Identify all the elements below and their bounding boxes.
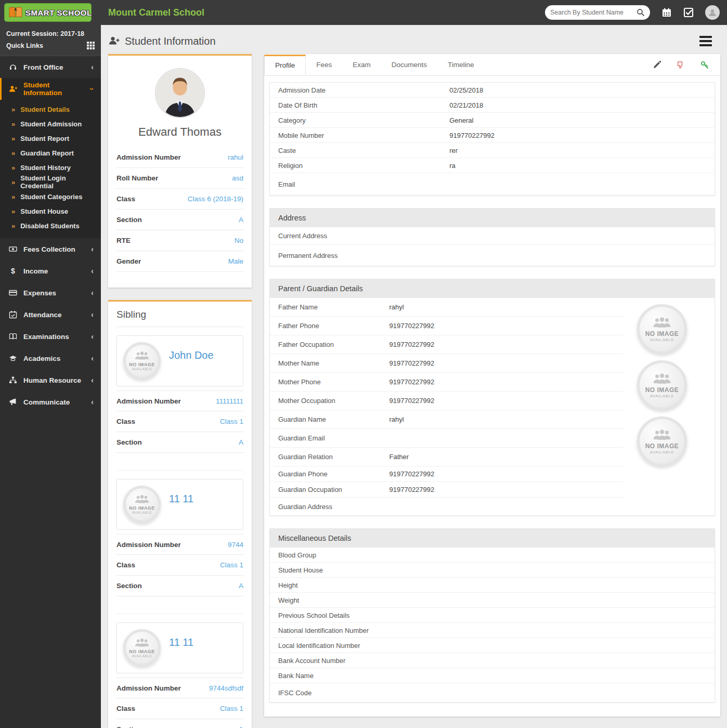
- hamburger-icon[interactable]: [699, 34, 712, 48]
- sidebar-item-student-house[interactable]: » Student House: [0, 204, 101, 218]
- sidebar-item-communicate[interactable]: Communicate ‹: [0, 391, 101, 413]
- field-label: Mother Name: [278, 359, 390, 367]
- sibling-card: Sibling NO IMAGE AVAILABLE John Doe: [108, 300, 252, 728]
- people-icon: [652, 317, 672, 329]
- field-label: Mother Phone: [278, 378, 390, 386]
- field-label: Blood Group: [278, 551, 449, 559]
- class-link[interactable]: Class 6 (2018-19): [188, 195, 243, 203]
- no-image-text: NO IMAGE: [129, 505, 155, 511]
- field-label: Mother Occupation: [278, 397, 390, 405]
- disable-thumbs-down-icon[interactable]: [677, 61, 685, 69]
- double-arrow-icon: »: [11, 135, 15, 142]
- double-arrow-icon: »: [11, 164, 15, 172]
- chevron-left-icon: ‹: [91, 310, 94, 319]
- edit-pencil-icon[interactable]: [653, 61, 661, 69]
- sidebar-item-student-admission[interactable]: » Student Admission: [0, 116, 101, 131]
- sibling-name-link[interactable]: 11 11: [169, 493, 193, 505]
- field-value: 919770227992: [390, 470, 435, 478]
- profile-field-row: Guardian Occupation 919770227992: [270, 482, 623, 498]
- no-image-badge: NO IMAGE AVAILABLE: [123, 486, 161, 523]
- sidebar-item-attendance[interactable]: Attendance ‹: [0, 304, 101, 326]
- sidebar-item-student-categories[interactable]: » Student Categories: [0, 189, 101, 204]
- profile-field-row: Email: [270, 173, 715, 195]
- no-image-badge: NO IMAGE AVAILABLE: [123, 342, 161, 380]
- sidebar-item-student-login-credential[interactable]: » Student Login Credential: [0, 175, 101, 189]
- field-value: 919770227992: [390, 359, 435, 367]
- class-link[interactable]: Class 1: [220, 418, 243, 425]
- class-link[interactable]: Class 1: [220, 705, 243, 712]
- field-label: Father Occupation: [278, 341, 390, 348]
- section-title: Address: [270, 209, 715, 227]
- sidebar-item-expenses[interactable]: Expenses ‹: [0, 282, 101, 304]
- field-value: A: [239, 438, 243, 446]
- field-label: Date Of Birth: [278, 101, 449, 109]
- sidebar-item-student-history[interactable]: » Student History: [0, 160, 101, 175]
- profile-field-row: Caste rer: [270, 143, 715, 158]
- sibling-name-link[interactable]: John Doe: [169, 349, 214, 361]
- profile-field-row: Religion ra: [270, 158, 715, 173]
- sibling-field-row: Section A: [116, 719, 243, 728]
- double-arrow-icon: »: [11, 106, 15, 113]
- tab-fees[interactable]: Fees: [306, 55, 342, 75]
- tab-documents[interactable]: Documents: [381, 55, 437, 75]
- sidebar-item-disabled-students[interactable]: » Disabled Students: [0, 218, 101, 233]
- sidebar-item-student-information[interactable]: Student Information ›: [0, 78, 101, 100]
- no-image-text: AVAILABLE: [650, 450, 674, 454]
- person-plus-icon: [108, 35, 120, 47]
- sidebar-item-label: Fees Collection: [23, 245, 75, 253]
- father-no-image-badge: NO IMAGE AVAILABLE: [637, 304, 687, 354]
- tab-exam[interactable]: Exam: [342, 55, 381, 75]
- tasks-check-icon[interactable]: [683, 7, 694, 18]
- profile-field-row: Mobile Number 919770227992: [270, 128, 715, 143]
- no-image-text: NO IMAGE: [645, 443, 679, 450]
- profile-field-row: IFSC Code: [270, 683, 715, 702]
- field-value: 919770227992: [449, 132, 495, 139]
- no-image-text: NO IMAGE: [129, 362, 155, 367]
- field-value: 11111111: [216, 397, 243, 405]
- smart-school-logo[interactable]: SMART SCHOOL: [4, 3, 92, 22]
- field-value: 919770227992: [390, 378, 435, 386]
- field-label: Religion: [278, 162, 449, 170]
- sidebar-item-label: Income: [23, 267, 48, 275]
- chevron-left-icon: ‹: [91, 398, 94, 406]
- search-input[interactable]: [550, 9, 634, 16]
- sibling-entry: NO IMAGE AVAILABLE 11 11: [116, 622, 243, 673]
- field-label: Category: [278, 116, 449, 124]
- field-label: Admission Date: [278, 86, 449, 94]
- sibling-name-link[interactable]: 11 11: [169, 636, 193, 648]
- sidebar-item-student-details[interactable]: » Student Details: [0, 102, 101, 116]
- profile-field-row: Local Identification Number: [270, 638, 715, 653]
- sidebar-item-guardian-report[interactable]: » Guardian Report: [0, 146, 101, 160]
- sidebar-item-student-report[interactable]: » Student Report: [0, 131, 101, 146]
- double-arrow-icon: »: [11, 207, 15, 215]
- sidebar-item-front-office[interactable]: Front Office ‹: [0, 56, 101, 78]
- school-name: Mount Carmel School: [108, 7, 204, 18]
- submenu-label: Student Admission: [20, 120, 82, 128]
- chevron-left-icon: ‹: [91, 289, 94, 297]
- sidebar-item-fees-collection[interactable]: Fees Collection ‹: [0, 238, 101, 260]
- field-label: RTE: [116, 237, 131, 244]
- class-link[interactable]: Class 1: [220, 561, 243, 569]
- search-icon[interactable]: [637, 8, 645, 17]
- quick-links-label: Quick Links: [6, 42, 43, 49]
- profile-field-row: Father Name rahyl: [270, 298, 623, 317]
- megaphone-icon: [9, 398, 17, 406]
- tab-profile[interactable]: Profile: [264, 55, 306, 75]
- sidebar-item-label: Examinations: [23, 333, 69, 341]
- login-key-icon[interactable]: [700, 61, 709, 69]
- field-label: Class: [116, 561, 135, 569]
- sidebar-item-label: Human Resource: [23, 376, 81, 384]
- field-label: Guardian Email: [278, 434, 390, 442]
- profile-field-row: Category General: [270, 113, 715, 128]
- calendar-icon[interactable]: [661, 7, 672, 18]
- field-label: Weight: [278, 596, 449, 604]
- field-value: A: [239, 216, 243, 224]
- user-avatar[interactable]: [705, 5, 720, 20]
- tab-timeline[interactable]: Timeline: [437, 55, 485, 75]
- sidebar-item-income[interactable]: $ Income ‹: [0, 260, 101, 282]
- sidebar-item-examinations[interactable]: Examinations ‹: [0, 326, 101, 347]
- sidebar-item-academics[interactable]: Academics ‹: [0, 347, 101, 369]
- sidebar-item-human-resource[interactable]: Human Resource ‹: [0, 369, 101, 391]
- headset-icon: [9, 63, 17, 71]
- quick-links[interactable]: Quick Links: [6, 42, 95, 49]
